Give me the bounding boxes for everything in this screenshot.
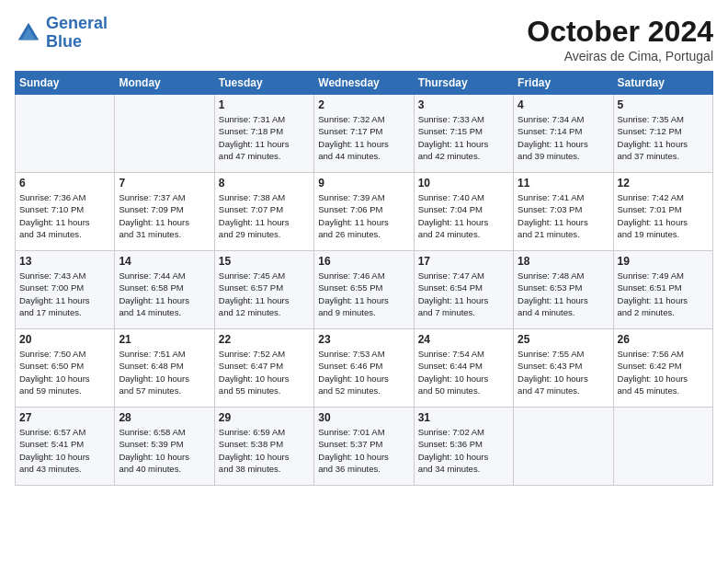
calendar-week-row: 13Sunrise: 7:43 AM Sunset: 7:00 PM Dayli… bbox=[16, 251, 713, 329]
day-number: 12 bbox=[618, 177, 709, 190]
calendar-cell: 31Sunrise: 7:02 AM Sunset: 5:36 PM Dayli… bbox=[414, 408, 513, 486]
logo: General Blue bbox=[15, 15, 108, 52]
day-number: 15 bbox=[219, 255, 310, 268]
calendar-cell: 25Sunrise: 7:55 AM Sunset: 6:43 PM Dayli… bbox=[514, 329, 613, 408]
day-info: Sunrise: 7:33 AM Sunset: 7:15 PM Dayligh… bbox=[418, 113, 509, 162]
day-number: 29 bbox=[219, 411, 310, 424]
calendar-cell: 5Sunrise: 7:35 AM Sunset: 7:12 PM Daylig… bbox=[613, 95, 712, 173]
day-info: Sunrise: 6:59 AM Sunset: 5:38 PM Dayligh… bbox=[219, 426, 310, 475]
calendar-cell: 26Sunrise: 7:56 AM Sunset: 6:42 PM Dayli… bbox=[613, 329, 712, 408]
calendar-cell: 29Sunrise: 6:59 AM Sunset: 5:38 PM Dayli… bbox=[214, 408, 313, 486]
calendar-cell: 28Sunrise: 6:58 AM Sunset: 5:39 PM Dayli… bbox=[115, 408, 214, 486]
logo-text: General Blue bbox=[46, 15, 108, 52]
day-number: 8 bbox=[219, 177, 310, 190]
weekday-header-row: SundayMondayTuesdayWednesdayThursdayFrid… bbox=[16, 72, 713, 95]
day-info: Sunrise: 7:45 AM Sunset: 6:57 PM Dayligh… bbox=[219, 270, 310, 318]
day-info: Sunrise: 7:38 AM Sunset: 7:07 PM Dayligh… bbox=[219, 191, 310, 240]
day-number: 5 bbox=[618, 98, 709, 111]
day-info: Sunrise: 6:58 AM Sunset: 5:39 PM Dayligh… bbox=[119, 426, 210, 475]
day-number: 9 bbox=[318, 177, 409, 190]
calendar-cell: 7Sunrise: 7:37 AM Sunset: 7:09 PM Daylig… bbox=[115, 173, 214, 251]
day-number: 19 bbox=[618, 255, 709, 268]
calendar-cell: 14Sunrise: 7:44 AM Sunset: 6:58 PM Dayli… bbox=[115, 251, 214, 329]
page-header: General Blue October 2024 Aveiras de Cim… bbox=[15, 15, 713, 63]
calendar-cell bbox=[514, 408, 613, 486]
day-number: 25 bbox=[518, 333, 609, 346]
month-title: October 2024 bbox=[527, 15, 713, 49]
day-info: Sunrise: 7:44 AM Sunset: 6:58 PM Dayligh… bbox=[119, 270, 210, 318]
weekday-header: Friday bbox=[514, 72, 613, 95]
day-info: Sunrise: 7:41 AM Sunset: 7:03 PM Dayligh… bbox=[518, 191, 609, 240]
day-info: Sunrise: 6:57 AM Sunset: 5:41 PM Dayligh… bbox=[19, 426, 110, 475]
day-number: 7 bbox=[119, 177, 210, 190]
calendar-cell: 19Sunrise: 7:49 AM Sunset: 6:51 PM Dayli… bbox=[613, 251, 712, 329]
calendar-week-row: 27Sunrise: 6:57 AM Sunset: 5:41 PM Dayli… bbox=[16, 408, 713, 486]
title-block: October 2024 Aveiras de Cima, Portugal bbox=[527, 15, 713, 63]
day-info: Sunrise: 7:50 AM Sunset: 6:50 PM Dayligh… bbox=[19, 348, 110, 396]
day-number: 6 bbox=[19, 177, 110, 190]
weekday-header: Wednesday bbox=[314, 72, 414, 95]
day-info: Sunrise: 7:37 AM Sunset: 7:09 PM Dayligh… bbox=[119, 191, 210, 240]
day-info: Sunrise: 7:47 AM Sunset: 6:54 PM Dayligh… bbox=[418, 270, 509, 318]
day-number: 2 bbox=[318, 98, 409, 111]
calendar-cell: 6Sunrise: 7:36 AM Sunset: 7:10 PM Daylig… bbox=[16, 173, 115, 251]
day-info: Sunrise: 7:52 AM Sunset: 6:47 PM Dayligh… bbox=[219, 348, 310, 396]
day-number: 11 bbox=[518, 177, 609, 190]
calendar-cell: 20Sunrise: 7:50 AM Sunset: 6:50 PM Dayli… bbox=[16, 329, 115, 408]
day-info: Sunrise: 7:53 AM Sunset: 6:46 PM Dayligh… bbox=[318, 348, 409, 396]
calendar-cell: 4Sunrise: 7:34 AM Sunset: 7:14 PM Daylig… bbox=[514, 95, 613, 173]
calendar-cell: 27Sunrise: 6:57 AM Sunset: 5:41 PM Dayli… bbox=[16, 408, 115, 486]
calendar-cell bbox=[115, 95, 214, 173]
calendar-week-row: 1Sunrise: 7:31 AM Sunset: 7:18 PM Daylig… bbox=[16, 95, 713, 173]
day-number: 18 bbox=[518, 255, 609, 268]
day-number: 28 bbox=[119, 411, 210, 424]
day-number: 3 bbox=[418, 98, 509, 111]
day-info: Sunrise: 7:48 AM Sunset: 6:53 PM Dayligh… bbox=[518, 270, 609, 318]
day-number: 13 bbox=[19, 255, 110, 268]
calendar-cell: 30Sunrise: 7:01 AM Sunset: 5:37 PM Dayli… bbox=[314, 408, 414, 486]
weekday-header: Monday bbox=[115, 72, 214, 95]
day-info: Sunrise: 7:32 AM Sunset: 7:17 PM Dayligh… bbox=[318, 113, 409, 162]
day-info: Sunrise: 7:02 AM Sunset: 5:36 PM Dayligh… bbox=[418, 426, 509, 475]
day-number: 14 bbox=[119, 255, 210, 268]
calendar-cell: 22Sunrise: 7:52 AM Sunset: 6:47 PM Dayli… bbox=[214, 329, 313, 408]
calendar-cell: 21Sunrise: 7:51 AM Sunset: 6:48 PM Dayli… bbox=[115, 329, 214, 408]
weekday-header: Tuesday bbox=[214, 72, 313, 95]
calendar-cell: 16Sunrise: 7:46 AM Sunset: 6:55 PM Dayli… bbox=[314, 251, 414, 329]
day-info: Sunrise: 7:39 AM Sunset: 7:06 PM Dayligh… bbox=[318, 191, 409, 240]
calendar-cell: 24Sunrise: 7:54 AM Sunset: 6:44 PM Dayli… bbox=[414, 329, 513, 408]
calendar-cell: 15Sunrise: 7:45 AM Sunset: 6:57 PM Dayli… bbox=[214, 251, 313, 329]
day-number: 30 bbox=[318, 411, 409, 424]
day-info: Sunrise: 7:01 AM Sunset: 5:37 PM Dayligh… bbox=[318, 426, 409, 475]
day-info: Sunrise: 7:54 AM Sunset: 6:44 PM Dayligh… bbox=[418, 348, 509, 396]
day-info: Sunrise: 7:46 AM Sunset: 6:55 PM Dayligh… bbox=[318, 270, 409, 318]
logo-icon bbox=[15, 19, 42, 47]
weekday-header: Thursday bbox=[414, 72, 513, 95]
calendar-week-row: 6Sunrise: 7:36 AM Sunset: 7:10 PM Daylig… bbox=[16, 173, 713, 251]
calendar-cell: 23Sunrise: 7:53 AM Sunset: 6:46 PM Dayli… bbox=[314, 329, 414, 408]
calendar-cell bbox=[613, 408, 712, 486]
day-number: 31 bbox=[418, 411, 509, 424]
day-number: 1 bbox=[219, 98, 310, 111]
calendar-cell: 9Sunrise: 7:39 AM Sunset: 7:06 PM Daylig… bbox=[314, 173, 414, 251]
day-info: Sunrise: 7:40 AM Sunset: 7:04 PM Dayligh… bbox=[418, 191, 509, 240]
weekday-header: Sunday bbox=[16, 72, 115, 95]
day-number: 20 bbox=[19, 333, 110, 346]
calendar-cell: 12Sunrise: 7:42 AM Sunset: 7:01 PM Dayli… bbox=[613, 173, 712, 251]
calendar-cell: 2Sunrise: 7:32 AM Sunset: 7:17 PM Daylig… bbox=[314, 95, 414, 173]
logo-line1: General bbox=[46, 14, 108, 32]
day-info: Sunrise: 7:43 AM Sunset: 7:00 PM Dayligh… bbox=[19, 270, 110, 318]
calendar-week-row: 20Sunrise: 7:50 AM Sunset: 6:50 PM Dayli… bbox=[16, 329, 713, 408]
calendar-cell: 11Sunrise: 7:41 AM Sunset: 7:03 PM Dayli… bbox=[514, 173, 613, 251]
day-info: Sunrise: 7:31 AM Sunset: 7:18 PM Dayligh… bbox=[219, 113, 310, 162]
day-number: 21 bbox=[119, 333, 210, 346]
calendar-cell: 13Sunrise: 7:43 AM Sunset: 7:00 PM Dayli… bbox=[16, 251, 115, 329]
day-info: Sunrise: 7:49 AM Sunset: 6:51 PM Dayligh… bbox=[618, 270, 709, 318]
calendar-table: SundayMondayTuesdayWednesdayThursdayFrid… bbox=[15, 71, 713, 486]
calendar-cell: 18Sunrise: 7:48 AM Sunset: 6:53 PM Dayli… bbox=[514, 251, 613, 329]
day-number: 16 bbox=[318, 255, 409, 268]
location-subtitle: Aveiras de Cima, Portugal bbox=[527, 49, 713, 63]
calendar-cell: 17Sunrise: 7:47 AM Sunset: 6:54 PM Dayli… bbox=[414, 251, 513, 329]
calendar-cell: 10Sunrise: 7:40 AM Sunset: 7:04 PM Dayli… bbox=[414, 173, 513, 251]
day-info: Sunrise: 7:35 AM Sunset: 7:12 PM Dayligh… bbox=[618, 113, 709, 162]
